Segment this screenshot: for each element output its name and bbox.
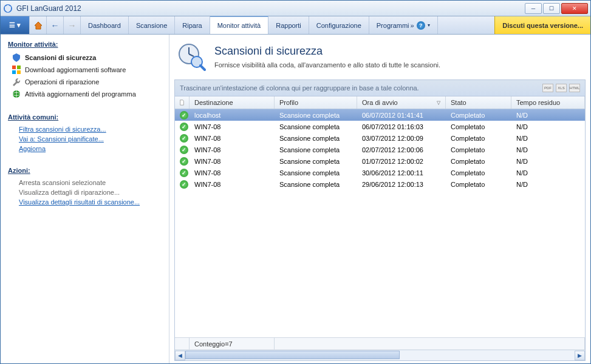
check-icon: ✓	[180, 111, 188, 120]
col-status[interactable]: Stato	[446, 96, 511, 109]
link-goto-scheduled[interactable]: Vai a: Scansioni pianificate...	[8, 134, 162, 144]
action-view-scan-results[interactable]: Visualizza dettagli risultati di scansio…	[8, 197, 162, 207]
scroll-left-button[interactable]: ◀	[175, 351, 185, 360]
group-hint-bar[interactable]: Trascinare un'intestazione di colonna qu…	[175, 80, 585, 96]
svg-rect-1	[12, 66, 16, 69]
col-start-time[interactable]: Ora di avvio ▽	[357, 96, 446, 109]
sidebar-monitor-heading: Monitor attività:	[8, 41, 162, 48]
svg-rect-3	[12, 70, 16, 74]
cell-remaining: N/D	[511, 145, 585, 155]
sidebar-item-repair-ops[interactable]: Operazioni di riparazione	[8, 76, 162, 88]
table-row[interactable]: ✓localhostScansione completa06/07/2012 0…	[175, 109, 585, 121]
check-icon: ✓	[180, 146, 188, 154]
horizontal-scrollbar[interactable]: ◀ ▶	[175, 349, 585, 360]
cell-status: Completato	[446, 122, 511, 132]
table-row[interactable]: ✓WIN7-08Scansione completa02/07/2012 12:…	[175, 144, 585, 155]
cell-start-time: 06/07/2012 01:41:41	[357, 110, 446, 120]
cell-profile: Scansione completa	[275, 157, 357, 166]
col-profile[interactable]: Profilo	[275, 96, 357, 109]
sidebar-common-heading: Attività comuni:	[8, 113, 162, 121]
footer-count: Conteggio=7	[190, 338, 275, 349]
table-row[interactable]: ✓WIN7-08Scansione completa03/07/2012 12:…	[175, 132, 585, 144]
cell-remaining: N/D	[511, 122, 585, 132]
row-status-icon-cell: ✓	[175, 167, 190, 178]
tab-dashboard[interactable]: Dashboard	[81, 16, 129, 34]
forward-button[interactable]: →	[64, 16, 81, 34]
chevron-down-icon: ▾	[428, 22, 430, 28]
close-button[interactable]: ✕	[561, 3, 588, 14]
cell-remaining: N/D	[511, 157, 585, 166]
header-text: Scansioni di sicurezza Fornisce visibili…	[214, 45, 440, 69]
home-button[interactable]	[30, 16, 47, 34]
maximize-button[interactable]: ☐	[543, 3, 560, 14]
sidebar-common-section: Attività comuni: Filtra scansioni di sic…	[8, 113, 162, 153]
main-panel: Scansioni di sicurezza Fornisce visibili…	[169, 35, 590, 363]
back-button[interactable]: ←	[47, 16, 64, 34]
sidebar-item-label: Scansioni di sicurezza	[25, 54, 96, 61]
cell-destination: WIN7-08	[190, 122, 275, 132]
windows-icon	[12, 65, 21, 75]
sidebar-item-label: Download aggiornamenti software	[25, 66, 126, 73]
link-filter-scans[interactable]: Filtra scansioni di sicurezza...	[8, 124, 162, 134]
window-controls: ─ ☐ ✕	[525, 3, 588, 14]
cell-start-time: 02/07/2012 12:00:06	[357, 145, 446, 155]
cell-destination: WIN7-08	[190, 157, 275, 166]
page-subtitle: Fornisce visibilità alla coda, all'avanz…	[214, 61, 440, 69]
table-row[interactable]: ✓WIN7-08Scansione completa06/07/2012 01:…	[175, 121, 585, 132]
col-destination[interactable]: Destinazione	[190, 96, 275, 109]
sidebar-item-download-updates[interactable]: Download aggiornamenti software	[8, 64, 162, 76]
grid-footer: Conteggio=7	[175, 337, 585, 349]
tab-configurazione[interactable]: Configurazione	[309, 16, 369, 34]
footer-icon-cell	[175, 338, 190, 349]
export-pdf-button[interactable]: PDF	[542, 84, 553, 92]
tab-ripara[interactable]: Ripara	[175, 16, 210, 34]
chevrons-icon: »	[411, 22, 414, 29]
wrench-icon	[12, 77, 21, 87]
row-status-icon-cell: ✓	[175, 144, 190, 155]
grid-body[interactable]: ✓localhostScansione completa06/07/2012 0…	[175, 109, 585, 337]
action-stop-scans[interactable]: Arresta scansioni selezionate	[8, 178, 162, 187]
table-row[interactable]: ✓WIN7-08Scansione completa30/06/2012 12:…	[175, 167, 585, 178]
cell-profile: Scansione completa	[275, 168, 357, 178]
footer-spacer	[275, 338, 585, 349]
cell-destination: WIN7-08	[190, 133, 275, 143]
tab-programmi[interactable]: Programmi» ?▾	[369, 16, 438, 34]
cell-remaining: N/D	[511, 110, 585, 120]
home-icon	[33, 21, 43, 30]
export-html-button[interactable]: HTML	[569, 84, 580, 92]
cell-remaining: N/D	[511, 180, 585, 189]
sort-indicator-icon: ▽	[437, 100, 440, 106]
scroll-right-button[interactable]: ▶	[575, 351, 585, 360]
cell-status: Completato	[446, 157, 511, 166]
menu-button[interactable]: ☰ ▾	[1, 16, 30, 34]
scroll-thumb[interactable]	[185, 351, 400, 359]
titlebar[interactable]: GFI LanGuard 2012 ─ ☐ ✕	[1, 1, 590, 16]
col-icon[interactable]	[175, 96, 190, 109]
scan-grid: Trascinare un'intestazione di colonna qu…	[174, 79, 586, 361]
link-refresh[interactable]: Aggiorna	[8, 144, 162, 153]
check-icon: ✓	[180, 180, 188, 189]
cell-profile: Scansione completa	[275, 133, 357, 143]
sidebar-actions-section: Azioni: Arresta scansioni selezionate Vi…	[8, 167, 162, 207]
col-remaining[interactable]: Tempo residuo	[511, 96, 585, 109]
sidebar-item-security-scans[interactable]: Scansioni di sicurezza	[8, 52, 162, 64]
table-row[interactable]: ✓WIN7-08Scansione completa29/06/2012 12:…	[175, 178, 585, 190]
action-view-repair-details[interactable]: Visualizza dettagli di riparazione...	[8, 187, 162, 197]
discuss-button[interactable]: Discuti questa versione...	[494, 16, 590, 34]
tab-scansione[interactable]: Scansione	[129, 16, 175, 34]
table-row[interactable]: ✓WIN7-08Scansione completa01/07/2012 12:…	[175, 155, 585, 167]
minimize-button[interactable]: ─	[525, 3, 542, 14]
help-icon[interactable]: ?	[417, 21, 425, 30]
scroll-track[interactable]	[185, 351, 575, 360]
tab-monitor-attivita[interactable]: Monitor attività	[210, 16, 269, 34]
svg-rect-2	[17, 66, 21, 69]
cell-start-time: 30/06/2012 12:00:11	[357, 168, 446, 178]
export-xls-button[interactable]: XLS	[556, 84, 567, 92]
clock-magnifier-icon	[177, 42, 206, 71]
tab-rapporti[interactable]: Rapporti	[268, 16, 309, 34]
cell-start-time: 29/06/2012 12:00:13	[357, 180, 446, 189]
cell-status: Completato	[446, 145, 511, 155]
row-status-icon-cell: ✓	[175, 179, 190, 190]
cell-profile: Scansione completa	[275, 122, 357, 132]
sidebar-item-program-updates[interactable]: Attività aggiornamenti del programma	[8, 88, 162, 100]
